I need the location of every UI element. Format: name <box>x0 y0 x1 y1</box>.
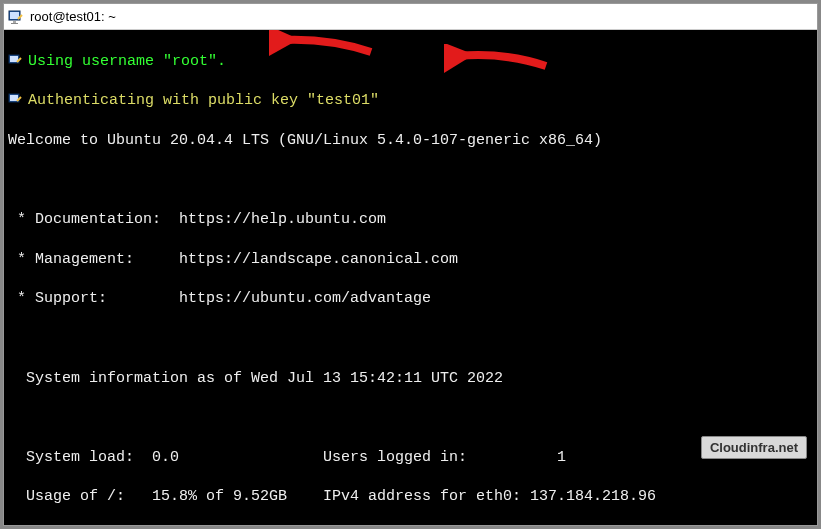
putty-icon <box>8 54 24 68</box>
window-titlebar[interactable]: root@test01: ~ <box>4 4 817 30</box>
login-username-line: Using username "root". <box>28 53 226 70</box>
terminal-body[interactable]: Using username "root". Authenticating wi… <box>4 30 817 525</box>
putty-icon <box>8 9 24 25</box>
support-link-line: * Support: https://ubuntu.com/advantage <box>8 289 813 309</box>
svg-rect-3 <box>11 23 18 24</box>
sysinfo-header: System information as of Wed Jul 13 15:4… <box>8 369 813 389</box>
watermark-badge: Cloudinfra.net <box>701 436 807 459</box>
stats-line: System load: 0.0 Users logged in: 1 <box>8 448 813 468</box>
welcome-line: Welcome to Ubuntu 20.04.4 LTS (GNU/Linux… <box>8 131 813 151</box>
doc-link-line: * Documentation: https://help.ubuntu.com <box>8 210 813 230</box>
window-title: root@test01: ~ <box>30 9 116 24</box>
terminal-window: root@test01: ~ Using username "root". Au… <box>3 3 818 526</box>
mgmt-link-line: * Management: https://landscape.canonica… <box>8 250 813 270</box>
login-auth-line: Authenticating with public key "test01" <box>28 92 379 109</box>
stats-line: Usage of /: 15.8% of 9.52GB IPv4 address… <box>8 487 813 507</box>
svg-rect-2 <box>13 21 16 23</box>
putty-icon <box>8 93 24 107</box>
